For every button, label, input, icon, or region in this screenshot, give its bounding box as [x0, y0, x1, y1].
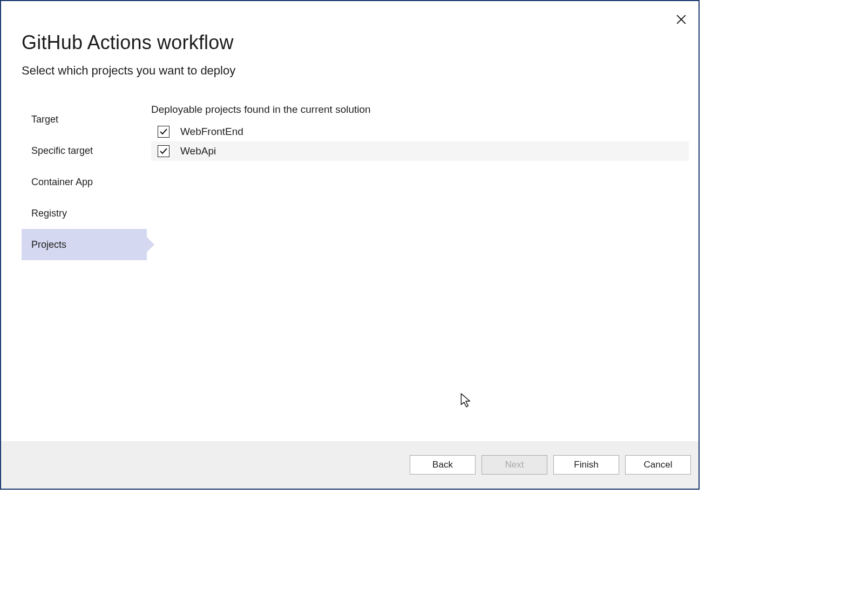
- sidebar-item-registry[interactable]: Registry: [22, 198, 147, 229]
- project-row: WebFrontEnd: [151, 122, 689, 141]
- checkmark-icon: [159, 147, 168, 155]
- dialog-window: GitHub Actions workflow Select which pro…: [0, 0, 700, 490]
- project-list: WebFrontEnd WebApi: [151, 122, 689, 161]
- sidebar-item-label: Registry: [31, 208, 67, 219]
- content-panel: Deployable projects found in the current…: [147, 104, 689, 441]
- sidebar-item-specific-target[interactable]: Specific target: [22, 135, 147, 166]
- sidebar-item-label: Specific target: [31, 145, 93, 157]
- dialog-title: GitHub Actions workflow: [22, 31, 678, 54]
- dialog-body: Target Specific target Container App Reg…: [1, 78, 699, 441]
- project-checkbox-webapi[interactable]: [158, 145, 169, 157]
- dialog-footer: Back Next Finish Cancel: [1, 441, 699, 489]
- dialog-subtitle: Select which projects you want to deploy: [22, 64, 678, 78]
- project-row: WebApi: [151, 141, 689, 161]
- sidebar-item-projects[interactable]: Projects: [22, 229, 147, 260]
- finish-button[interactable]: Finish: [553, 455, 619, 475]
- project-checkbox-webfrontend[interactable]: [158, 126, 169, 138]
- back-button[interactable]: Back: [410, 455, 476, 475]
- next-button: Next: [482, 455, 547, 475]
- sidebar-item-label: Projects: [31, 239, 66, 251]
- dialog-header: GitHub Actions workflow Select which pro…: [1, 1, 699, 78]
- project-label: WebFrontEnd: [180, 126, 243, 138]
- close-icon: [676, 15, 686, 24]
- checkmark-icon: [159, 127, 168, 136]
- close-button[interactable]: [674, 12, 689, 27]
- wizard-sidebar: Target Specific target Container App Reg…: [22, 104, 147, 441]
- sidebar-item-label: Target: [31, 114, 58, 125]
- content-heading: Deployable projects found in the current…: [151, 104, 689, 116]
- project-label: WebApi: [180, 145, 216, 157]
- sidebar-item-label: Container App: [31, 177, 93, 188]
- cancel-button[interactable]: Cancel: [625, 455, 691, 475]
- sidebar-item-target[interactable]: Target: [22, 104, 147, 135]
- sidebar-item-container-app[interactable]: Container App: [22, 166, 147, 198]
